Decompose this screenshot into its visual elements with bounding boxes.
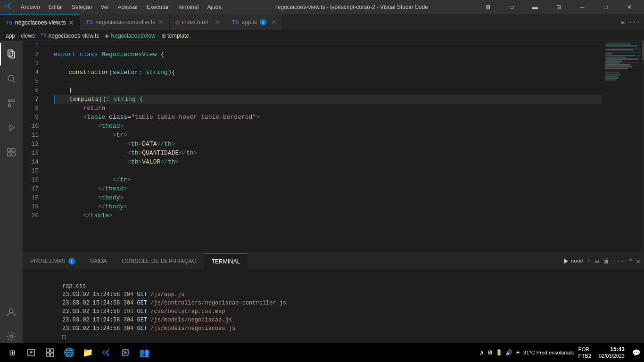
- battery-icon[interactable]: 🔋: [495, 349, 503, 356]
- clock[interactable]: 15:43 02/03/2023: [599, 346, 625, 359]
- svg-marker-14: [564, 259, 568, 263]
- tab-actions: ⊞ ···: [617, 14, 644, 30]
- more-tabs-btn[interactable]: ···: [628, 18, 640, 26]
- weather-icon[interactable]: ☀: [515, 349, 520, 356]
- tab-close-btn[interactable]: ✕: [68, 19, 74, 26]
- menu-editar[interactable]: Editar: [45, 3, 67, 11]
- close-terminal-btn[interactable]: ✕: [636, 257, 640, 265]
- menu-arquivo[interactable]: Arquivo: [17, 3, 44, 11]
- breadcrumb-file[interactable]: negociacoes-view.ts: [49, 33, 99, 39]
- code-line-13: <th>QUANTIDADE</th>: [54, 148, 602, 157]
- code-line-12: <th>DATA</th>: [54, 140, 602, 148]
- explorer-icon[interactable]: [0, 43, 23, 66]
- tab-negociacoes-view[interactable]: TS negociacoes-view.ts ✕: [0, 14, 80, 30]
- maximize-button[interactable]: □: [595, 0, 617, 14]
- tab-console[interactable]: CONSOLE DE DEPURAÇÃO: [115, 253, 204, 269]
- windows-start-btn[interactable]: ⊞: [4, 344, 21, 361]
- svg-line-3: [13, 81, 16, 83]
- explorer-taskbar-btn[interactable]: 📁: [79, 344, 96, 361]
- line-numbers: 1 2 3 4 5 6 7 8 9 10 11 12 13 14 15 16 1…: [23, 41, 46, 253]
- account-icon[interactable]: [0, 301, 23, 323]
- extensions-icon[interactable]: [0, 141, 23, 164]
- code-line-4: constructor(seletor: string){: [54, 68, 602, 77]
- tab-negociacao-controller[interactable]: TS negociacao-controller.ts ✕: [80, 14, 170, 30]
- svg-point-24: [124, 351, 127, 354]
- tab-label: TERMINAL: [212, 258, 240, 265]
- tab-label: PROBLEMAS: [30, 258, 66, 264]
- code-editor[interactable]: 1 2 3 4 5 6 7 8 9 10 11 12 13 14 15 16 1…: [23, 41, 644, 253]
- svg-rect-8: [8, 148, 11, 152]
- maximize-terminal-btn[interactable]: ⌃: [628, 257, 632, 265]
- split-terminal-btn[interactable]: ⊟: [594, 257, 598, 265]
- breadcrumb-method[interactable]: ⊕ template: [161, 33, 189, 39]
- time-display: 15:43: [599, 346, 625, 353]
- search-icon[interactable]: [0, 67, 23, 90]
- title-bar: Arquivo Editar Seleção Ver Acessar Execu…: [0, 0, 644, 14]
- layout-button[interactable]: ⊞: [477, 0, 499, 14]
- tab-close-btn[interactable]: ✕: [271, 18, 277, 26]
- tab-label: negociacao-controller.ts: [96, 19, 156, 25]
- window-title: negociacoes-view.ts - typescript-curso-2…: [225, 4, 477, 10]
- search-taskbar-btn[interactable]: [23, 344, 40, 361]
- breadcrumb-views[interactable]: views: [21, 33, 35, 39]
- edge-taskbar-btn[interactable]: 🌐: [60, 344, 77, 361]
- code-line-2: export class NegociacoesView {: [54, 50, 602, 59]
- tab-close-btn[interactable]: ✕: [215, 18, 220, 26]
- chrome-taskbar-btn[interactable]: [117, 344, 134, 361]
- notification-icons: ∧ 🖥 🔋 🔊 ☀ 31°C Pred ensolarado: [479, 349, 574, 356]
- split-editor-btn[interactable]: ⊞: [620, 18, 624, 26]
- terminal-run-icon: [563, 258, 569, 264]
- menu-bar: Arquivo Editar Seleção Ver Acessar Execu…: [17, 3, 225, 11]
- terminal-line-2: 23.03.02 15:24:58 304 GET /js/app.js: [28, 282, 638, 290]
- breadcrumb-class[interactable]: ◈ NegociacoesView: [105, 33, 156, 39]
- menu-executar[interactable]: Executar: [143, 3, 173, 11]
- menu-ver[interactable]: Ver: [97, 3, 113, 11]
- tab-label: app.ts: [241, 19, 257, 25]
- terminal-node-label: node: [571, 258, 583, 264]
- more-terminal-btn[interactable]: ···: [613, 257, 625, 265]
- svg-point-5: [12, 100, 15, 102]
- chevron-up-icon[interactable]: ∧: [479, 349, 484, 356]
- tab-app-ts[interactable]: TS app.ts 1 ✕: [226, 14, 283, 30]
- tab-index-html[interactable]: ◇ index.html ✕: [170, 14, 226, 30]
- menu-acessar[interactable]: Acessar: [114, 3, 141, 11]
- menu-ajuda[interactable]: Ajuda: [204, 3, 226, 11]
- tab-close-btn[interactable]: ✕: [158, 18, 164, 26]
- code-line-16: </tr>: [54, 175, 602, 184]
- notifications-btn[interactable]: 💬: [632, 349, 640, 356]
- git-icon[interactable]: [0, 92, 23, 115]
- add-terminal-btn[interactable]: +: [587, 257, 591, 265]
- teams-taskbar-btn[interactable]: 👥: [136, 344, 153, 361]
- tab-problemas[interactable]: PROBLEMAS 1: [23, 253, 83, 269]
- vscode-taskbar-btn[interactable]: [98, 344, 115, 361]
- minimize-button[interactable]: ─: [571, 0, 593, 14]
- code-line-5: [54, 77, 602, 86]
- layout-split[interactable]: ⊟: [548, 0, 570, 14]
- svg-point-6: [8, 100, 11, 102]
- panel-toggle[interactable]: ▬: [524, 0, 546, 14]
- svg-rect-1: [10, 52, 15, 58]
- taskbar-right: ∧ 🖥 🔋 🔊 ☀ 31°C Pred ensolarado POR PTB2 …: [479, 346, 640, 359]
- menu-terminal[interactable]: Terminal: [173, 3, 202, 11]
- tab-bar: TS negociacoes-view.ts ✕ TS negociacao-c…: [0, 14, 644, 31]
- title-bar-controls: ⊞ ▭ ▬ ⊟ ─ □ ✕: [477, 0, 640, 14]
- tab-saida[interactable]: SAÍDA: [83, 253, 115, 269]
- svg-rect-20: [50, 349, 54, 352]
- terminal-actions: node + ⊟ 🗑 ··· ⌃ ✕: [560, 253, 644, 269]
- sidebar-toggle[interactable]: ▭: [501, 0, 522, 14]
- menu-selecao[interactable]: Seleção: [68, 3, 96, 11]
- network-icon[interactable]: 🖥: [487, 349, 493, 356]
- close-button[interactable]: ✕: [619, 0, 640, 14]
- svg-rect-21: [46, 353, 50, 356]
- svg-rect-22: [50, 353, 54, 356]
- svg-rect-11: [12, 153, 15, 156]
- language-indicator[interactable]: POR PTB2: [578, 346, 591, 359]
- kill-terminal-btn[interactable]: 🗑: [603, 257, 609, 265]
- tab-terminal[interactable]: TERMINAL: [204, 253, 248, 269]
- volume-icon[interactable]: 🔊: [505, 349, 512, 356]
- debug-icon[interactable]: [0, 116, 23, 139]
- svg-point-13: [10, 335, 13, 338]
- tab-label: CONSOLE DE DEPURAÇÃO: [122, 258, 197, 264]
- taskview-btn[interactable]: [41, 344, 58, 361]
- breadcrumb-app[interactable]: app: [6, 33, 15, 39]
